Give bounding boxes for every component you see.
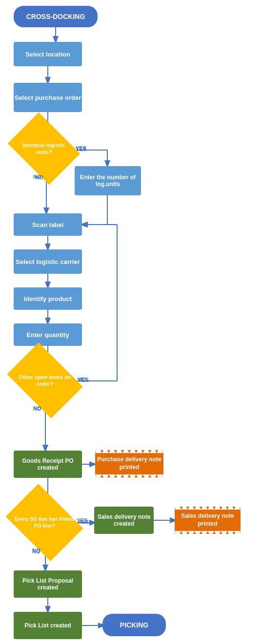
yes-arrow-label-2: YES [77, 377, 88, 382]
flowchart-diagram: CROSS-DOCKING Select location Select pur… [0, 0, 262, 644]
goods-receipt-po-node: Goods Receipt PO created [14, 451, 82, 478]
identical-logistic-diamond: Identical logistic units? [15, 127, 73, 170]
scan-label-node: Scan label [14, 213, 82, 236]
every-so-line-label: Every SO line has linked PO line? [13, 516, 76, 529]
yes-arrow-label-1: YES [76, 145, 86, 151]
sales-delivery-note-printed-node: Sales delivery note printed [175, 507, 241, 534]
cross-docking-node: CROSS-DOCKING [14, 6, 98, 27]
purchase-delivery-note-node: Purchase delivery note printed [95, 450, 163, 477]
pick-list-proposal-node: Pick List Proposal created [14, 570, 82, 598]
identical-logistic-label: Identical logistic units? [15, 142, 73, 156]
every-so-line-diamond: Every SO line has linked PO line? [13, 499, 76, 546]
identify-product-node: Identify product [14, 287, 82, 310]
picking-node: PICKING [102, 614, 166, 636]
select-location-node: Select location [14, 42, 82, 66]
enter-quantity-node: Enter quantity [14, 323, 82, 346]
no-arrow-label-1: NO [33, 174, 41, 180]
pick-created-node: Pick List created [14, 612, 82, 639]
select-logistic-carrier-node: Select logistic carrier [14, 249, 82, 274]
purchase-delivery-note-label: Purchase delivery note printed [95, 456, 163, 471]
sales-delivery-note-created-node: Sales delivery note created [94, 507, 154, 534]
no-arrow-label-3: NO [32, 548, 40, 553]
enter-log-units-node: Enter the number of log.units [75, 166, 141, 195]
other-open-items-diamond: Other open items on order? [14, 358, 76, 403]
sales-delivery-note-printed-label: Sales delivery note printed [175, 512, 241, 528]
yes-arrow-label-3: YES [77, 517, 87, 523]
select-purchase-order-node: Select purchase order [14, 83, 82, 112]
other-open-items-label: Other open items on order? [14, 374, 76, 388]
no-arrow-label-2: NO [33, 405, 41, 411]
